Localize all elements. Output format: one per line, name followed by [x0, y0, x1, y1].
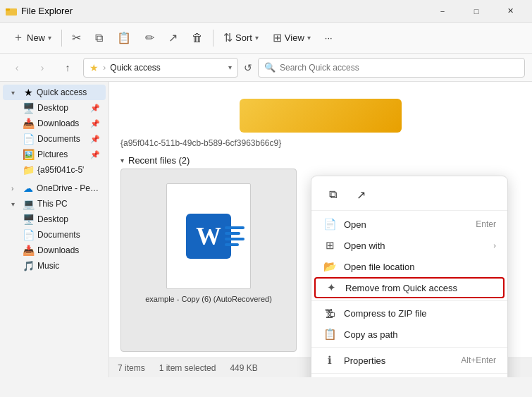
address-box[interactable]: ★ › Quick access ▾: [83, 58, 238, 78]
new-icon: ＋: [13, 30, 24, 45]
title-bar-left: File Explorer: [6, 6, 73, 17]
quick-access-star-icon: ★: [23, 87, 34, 98]
folder-id-label: {a95f041c-511b-49cb-b589-6cf3963b66c9}: [120, 133, 521, 151]
file-size: 449 KB: [230, 363, 257, 373]
ctx-open-with-left: ⊞ Open with: [323, 239, 385, 252]
sidebar-thispc-music[interactable]: 🎵 Music: [3, 258, 106, 274]
thispc-docs-icon: 📄: [23, 229, 35, 240]
recent-files-chevron-icon[interactable]: ▾: [120, 157, 124, 164]
ctx-copy-path-item[interactable]: 📋 Copy as path: [311, 324, 507, 345]
search-box[interactable]: 🔍: [258, 58, 525, 78]
ctx-properties-icon: ℹ: [323, 354, 337, 367]
ctx-properties-item[interactable]: ℹ Properties Alt+Enter: [311, 350, 507, 371]
pin-icon-2: 📌: [90, 119, 100, 128]
ctx-open-location-item[interactable]: 📂 Open file location: [311, 256, 507, 277]
sidebar-thispc[interactable]: ▾ 💻 This PC: [3, 196, 106, 212]
recent-files-header: ▾ Recent files (2): [120, 151, 521, 169]
file-card[interactable]: W example - Copy (6) (AutoRecovered): [120, 169, 297, 352]
ctx-remove-quick-access-item[interactable]: ✦ Remove from Quick access: [314, 277, 505, 298]
title-bar: File Explorer − □ ✕: [0, 0, 532, 23]
word-line-4: [225, 243, 239, 246]
ctx-copy-btn[interactable]: ⧉: [320, 183, 345, 206]
ctx-divider-1: [311, 300, 507, 301]
thispc-music-icon: 🎵: [23, 260, 35, 271]
sidebar-thispc-documents[interactable]: 📄 Documents: [3, 227, 106, 243]
more-button[interactable]: ···: [319, 30, 338, 46]
sidebar-quick-access[interactable]: ▾ ★ Quick access: [3, 85, 106, 100]
yellow-banner: [240, 99, 402, 133]
main-layout: ▾ ★ Quick access 🖥️ Desktop 📌 📥 Download…: [0, 82, 532, 377]
sidebar-thispc-downloads[interactable]: 📥 Downloads: [3, 243, 106, 258]
sidebar-item-downloads[interactable]: 📥 Downloads 📌: [3, 116, 106, 131]
paste-button[interactable]: 📋: [111, 28, 137, 47]
ctx-share-btn[interactable]: ↗: [348, 183, 373, 206]
forward-button[interactable]: ›: [32, 58, 52, 78]
toolbar-separator-2: [213, 30, 214, 47]
new-chevron-icon: ▾: [48, 34, 51, 42]
sort-chevron-icon: ▾: [255, 34, 259, 42]
context-menu: ⧉ ↗ 📄 Open Enter ⊞ Open with: [311, 176, 508, 377]
search-input[interactable]: [280, 63, 519, 73]
ctx-copy-path-left: 📋 Copy as path: [323, 328, 398, 341]
ctx-open-left: 📄 Open: [323, 218, 366, 231]
minimize-button[interactable]: −: [426, 0, 459, 23]
paste-icon: 📋: [117, 31, 131, 44]
new-button[interactable]: ＋ New ▾: [7, 28, 57, 48]
pin-icon-4: 📌: [90, 150, 100, 159]
maximize-button[interactable]: □: [460, 0, 493, 23]
up-button[interactable]: ↑: [58, 58, 78, 78]
desktop-icon: 🖥️: [23, 102, 35, 114]
cut-icon: ✂: [72, 31, 81, 44]
copy-icon: ⧉: [95, 32, 103, 44]
title-bar-controls: − □ ✕: [426, 0, 526, 23]
sidebar-item-desktop[interactable]: 🖥️ Desktop 📌: [3, 100, 106, 116]
view-button[interactable]: ⊞ View ▾: [267, 28, 316, 47]
sidebar-thispc-desktop[interactable]: 🖥️ Desktop: [3, 212, 106, 227]
ctx-copy-path-icon: 📋: [323, 328, 337, 341]
selected-count: 1 item selected: [159, 363, 216, 373]
word-line-2: [225, 232, 240, 235]
word-lines: [225, 226, 245, 246]
quick-access-chevron-icon: ▾: [11, 89, 20, 97]
copy-button[interactable]: ⧉: [89, 29, 109, 47]
sort-button[interactable]: ⇅ Sort ▾: [218, 28, 264, 47]
content-inner: {a95f041c-511b-49cb-b589-6cf3963b66c9} ▾…: [109, 133, 532, 352]
back-button[interactable]: ‹: [7, 58, 27, 78]
thispc-downloads-icon: 📥: [23, 245, 35, 256]
ctx-open-item[interactable]: 📄 Open Enter: [311, 214, 507, 235]
folder-icon-2: 📁: [23, 164, 35, 176]
pin-icon-3: 📌: [90, 135, 100, 144]
address-path: Quick access: [110, 63, 224, 73]
delete-button[interactable]: 🗑: [186, 29, 209, 47]
sidebar-onedrive[interactable]: › ☁ OneDrive - Perso: [3, 181, 106, 196]
sidebar-item-documents[interactable]: 📄 Documents 📌: [3, 131, 106, 147]
thispc-icon: 💻: [23, 198, 35, 209]
ctx-open-with-item[interactable]: ⊞ Open with ›: [311, 235, 507, 256]
ctx-compress-left: 🗜 Compress to ZIP file: [323, 307, 427, 319]
refresh-button[interactable]: ↺: [244, 62, 252, 73]
onedrive-icon: ☁: [23, 183, 34, 194]
word-doc-icon: W: [166, 183, 251, 289]
rename-button[interactable]: ✏: [140, 28, 160, 47]
sidebar-item-folder[interactable]: 📁 {a95f041c-5': [3, 162, 106, 178]
word-line-1: [225, 226, 245, 229]
file-label: example - Copy (6) (AutoRecovered): [145, 295, 272, 303]
ctx-show-more-item[interactable]: ⋯ Show more options Shift+F10: [311, 376, 507, 377]
ctx-properties-left: ℹ Properties: [323, 354, 385, 367]
view-chevron-icon: ▾: [307, 34, 311, 42]
address-bar: ‹ › ↑ ★ › Quick access ▾ ↺ 🔍: [0, 54, 532, 82]
ctx-top-actions: ⧉ ↗: [311, 179, 507, 211]
onedrive-chevron-icon: ›: [11, 185, 20, 193]
cut-button[interactable]: ✂: [66, 28, 87, 47]
sidebar-item-pictures[interactable]: 🖼️ Pictures 📌: [3, 147, 106, 162]
share-button[interactable]: ↗: [163, 28, 183, 47]
ctx-open-with-chevron-icon: ›: [493, 241, 496, 250]
ctx-divider-2: [311, 347, 507, 348]
close-button[interactable]: ✕: [494, 0, 526, 23]
ctx-compress-item[interactable]: 🗜 Compress to ZIP file: [311, 303, 507, 324]
view-icon: ⊞: [273, 31, 282, 44]
documents-icon: 📄: [23, 133, 35, 145]
ctx-remove-left: ✦ Remove from Quick access: [324, 281, 457, 294]
thispc-chevron-icon: ▾: [11, 200, 20, 208]
ctx-open-with-icon: ⊞: [323, 239, 337, 252]
